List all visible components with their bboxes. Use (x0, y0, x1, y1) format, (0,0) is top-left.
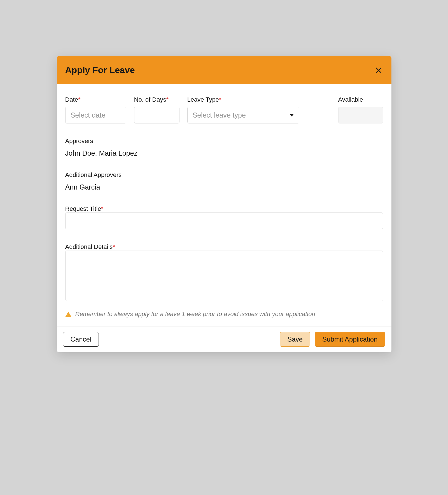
required-mark: * (101, 205, 104, 212)
date-label: Date* (65, 96, 126, 103)
available-input (338, 107, 383, 123)
close-icon (375, 67, 382, 74)
request-title-label: Request Title* (65, 205, 104, 212)
modal-footer: Cancel Save Submit Application (57, 326, 391, 352)
required-mark: * (113, 243, 115, 250)
leave-type-placeholder: Select leave type (193, 111, 246, 119)
save-button[interactable]: Save (280, 332, 310, 347)
close-button[interactable] (374, 66, 383, 75)
warning-icon (65, 312, 71, 317)
required-mark: * (166, 96, 169, 103)
approvers-value: John Doe, Maria Lopez (65, 149, 383, 157)
modal-title: Apply For Leave (65, 65, 135, 75)
modal-body: Date* No. of Days* Leave Type* Select le… (57, 84, 391, 326)
cancel-button[interactable]: Cancel (63, 332, 99, 347)
required-mark: * (219, 96, 221, 103)
additional-details-textarea[interactable] (65, 251, 383, 301)
leave-type-group: Leave Type* Select leave type (187, 96, 299, 123)
notice: Remember to always apply for a leave 1 w… (65, 310, 383, 318)
modal-header: Apply For Leave (57, 56, 391, 84)
apply-leave-modal: Apply For Leave Date* No. of Days* Leave… (57, 56, 391, 352)
additional-approvers-label: Additional Approvers (65, 171, 383, 179)
days-group: No. of Days* (134, 96, 179, 123)
leave-type-label: Leave Type* (187, 96, 299, 103)
additional-approvers-section: Additional Approvers Ann Garcia (65, 171, 383, 191)
request-title-input[interactable] (65, 213, 383, 229)
approvers-label: Approvers (65, 137, 383, 145)
leave-type-select[interactable]: Select leave type (187, 107, 299, 123)
date-group: Date* (65, 96, 126, 123)
leave-type-select-wrapper: Select leave type (187, 107, 299, 123)
submit-button[interactable]: Submit Application (315, 332, 385, 347)
date-input[interactable] (65, 107, 126, 123)
available-group: Available (338, 96, 383, 123)
approvers-section: Approvers John Doe, Maria Lopez (65, 137, 383, 157)
chevron-down-icon (290, 114, 294, 116)
form-row-top: Date* No. of Days* Leave Type* Select le… (65, 96, 383, 123)
request-title-section: Request Title* (65, 205, 383, 229)
notice-text: Remember to always apply for a leave 1 w… (75, 310, 315, 318)
required-mark: * (78, 96, 81, 103)
additional-details-section: Additional Details* (65, 243, 383, 302)
days-input[interactable] (134, 107, 179, 123)
additional-approvers-value: Ann Garcia (65, 183, 383, 191)
available-label: Available (338, 96, 383, 103)
additional-details-label: Additional Details* (65, 243, 115, 250)
days-label: No. of Days* (134, 96, 179, 103)
